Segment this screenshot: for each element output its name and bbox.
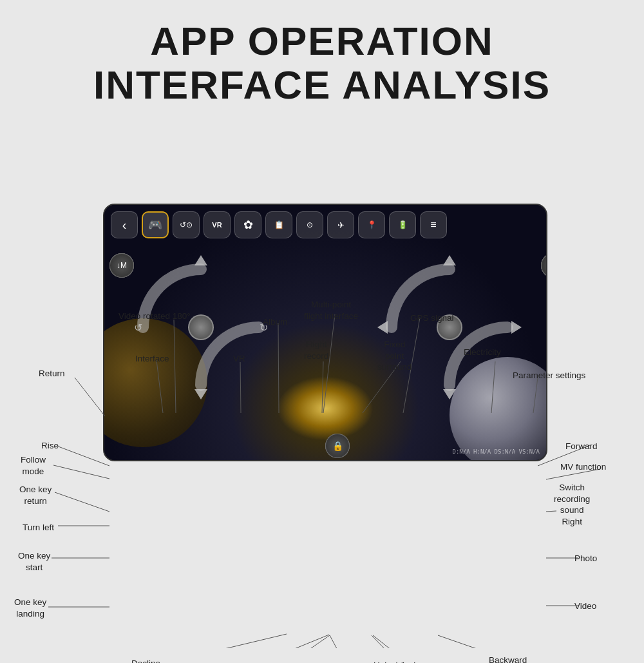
label-one-key-return: One keyreturn (19, 484, 52, 506)
svg-line-28 (438, 635, 512, 648)
label-multi-point: Multi-pointflight interface (304, 299, 358, 322)
rotate-left-btn[interactable]: ↺ (134, 322, 142, 334)
vr-button[interactable]: VR (204, 211, 231, 238)
arrow-down-right[interactable] (443, 389, 456, 399)
glow-center (277, 376, 374, 441)
label-electricity: Electricity (464, 347, 501, 358)
svg-line-23 (230, 635, 329, 648)
label-decline: Decline (131, 658, 160, 663)
fixed-point-button[interactable]: ✈ (327, 211, 354, 238)
title-section: APP OPERATION INTERFACE ANALYSIS (0, 0, 644, 120)
album-button[interactable]: ✿ (234, 211, 261, 238)
diagram-wrapper: ‹ 🎮 ↺⊙ VR ✿ 📋 ⊙ ✈ 📍 🔋 ≡ ↺ (0, 120, 644, 648)
label-backward: Backward (489, 655, 527, 663)
label-video: Video (574, 601, 596, 612)
gps-button[interactable]: 📍 (358, 211, 385, 238)
flight-record-button[interactable]: 📋 (265, 211, 292, 238)
status-bar: D:N/A H:N/A DS:N/A VS:N/A (453, 448, 540, 455)
arrow-left-right[interactable] (377, 321, 388, 334)
arrow-right-right[interactable] (511, 321, 522, 334)
label-vr: VR (233, 353, 245, 365)
electricity-button[interactable]: 🔋 (389, 211, 416, 238)
label-return: Return (39, 368, 65, 380)
settings-button[interactable]: ≡ (420, 211, 447, 238)
arrow-up-left[interactable] (194, 255, 207, 265)
video-rotate-button[interactable]: ↺⊙ (173, 211, 200, 238)
svg-line-22 (160, 634, 287, 648)
label-interface: Interface (135, 353, 169, 365)
main-title-line2: INTERFACE ANALYSIS (0, 63, 644, 107)
svg-line-0 (75, 378, 105, 416)
multipoint-button[interactable]: ⊙ (296, 211, 323, 238)
label-one-key-landing: One keylanding (14, 597, 46, 619)
label-unlock-lock: Unlock/lock (374, 660, 418, 663)
unlock-lock-button[interactable]: 🔒 (325, 434, 350, 458)
label-switch-recording: SwitchrecordingsoundRight (554, 482, 590, 527)
phone-screen: ‹ 🎮 ↺⊙ VR ✿ 📋 ⊙ ✈ 📍 🔋 ≡ ↺ (103, 204, 547, 461)
label-photo: Photo (574, 553, 597, 564)
svg-line-12 (53, 465, 109, 479)
label-album: Album (263, 316, 287, 328)
label-mv-function: MV function (560, 461, 606, 473)
label-fixed-point: Fixedpointsurround (377, 339, 412, 373)
back-button[interactable]: ‹ (111, 211, 138, 238)
svg-line-11 (57, 446, 109, 466)
joystick-left[interactable]: ↺ ↻ (124, 250, 278, 405)
label-turn-left: Turn left (23, 522, 54, 533)
joystick-right[interactable] (372, 250, 527, 405)
arrow-down-left[interactable] (194, 389, 207, 399)
svg-line-27 (373, 635, 438, 648)
svg-line-25 (330, 635, 351, 648)
joystick-left-center[interactable] (188, 314, 214, 340)
arrow-up-right[interactable] (443, 255, 456, 265)
toolbar: ‹ 🎮 ↺⊙ VR ✿ 📋 ⊙ ✈ 📍 🔋 ≡ (111, 211, 540, 238)
svg-line-24 (252, 635, 330, 648)
label-gps-signal: GPS signal (410, 312, 454, 324)
label-rise: Rise (41, 440, 59, 452)
svg-line-26 (372, 635, 399, 648)
label-parameter-settings: Parameter settings (513, 370, 585, 381)
gamepad-button[interactable]: 🎮 (142, 211, 169, 238)
svg-line-13 (55, 492, 109, 512)
label-video-rotated: Video rotated 180° (118, 311, 191, 322)
label-flight-record: Flightrecord (304, 339, 328, 361)
label-forward: Forward (565, 441, 598, 452)
label-follow-mode: Followmode (21, 454, 46, 477)
label-one-key-start: One keystart (18, 550, 50, 573)
video-button[interactable]: 🎥 (541, 253, 547, 278)
main-title-line1: APP OPERATION (0, 19, 644, 63)
